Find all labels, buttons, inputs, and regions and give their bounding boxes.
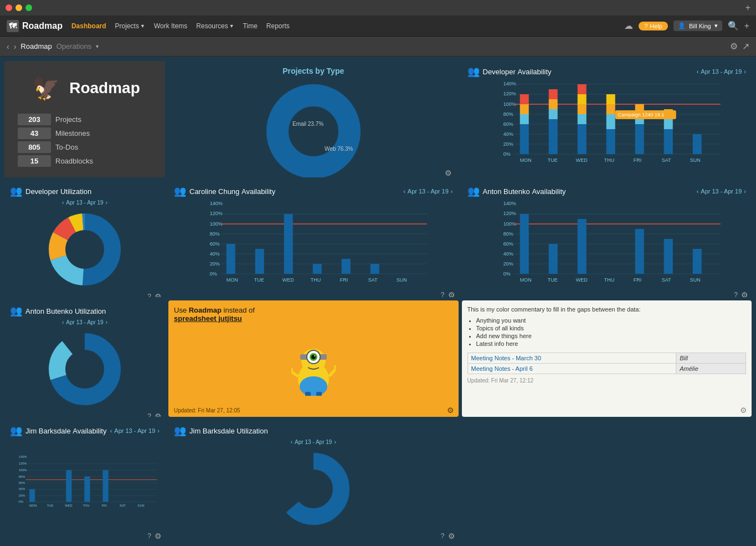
help-button[interactable]: ? Help	[639, 22, 668, 30]
notes-card: This is my color commentary to fill in t…	[462, 300, 752, 417]
nav-projects[interactable]: Projects ▼	[115, 22, 145, 30]
maximize-button[interactable]	[25, 4, 32, 11]
forward-arrow[interactable]: ›	[14, 42, 17, 51]
jim-util-prev-arrow[interactable]: ‹	[291, 439, 292, 445]
svg-text:20%: 20%	[210, 261, 220, 267]
settings-icon[interactable]: ⚙	[448, 532, 455, 540]
jim-util-people-icon: 👥	[174, 425, 186, 437]
share-icon[interactable]: ↗	[742, 41, 749, 52]
user-dropdown[interactable]: 👤 Bill King ▾	[673, 21, 722, 31]
anton-util-date: ‹ Apr 13 - Apr 19 ›	[4, 319, 165, 325]
svg-text:SUN: SUN	[397, 277, 407, 283]
anton-util-prev-arrow[interactable]: ‹	[62, 319, 64, 325]
svg-text:0%: 0%	[210, 271, 217, 277]
svg-rect-31	[577, 104, 586, 114]
jim-util-next-arrow[interactable]: ›	[334, 439, 336, 445]
developer-availability-card: 👥 Developer Availability ‹ Apr 13 - Apr …	[462, 61, 752, 177]
projects-dropdown-caret: ▼	[140, 23, 145, 29]
search-icon[interactable]: 🔍	[728, 21, 739, 31]
settings-icon[interactable]: ⚙	[730, 41, 738, 52]
anton-util-next-arrow[interactable]: ›	[106, 319, 107, 325]
nav-resources[interactable]: Resources ▼	[196, 22, 234, 30]
minion-svg	[291, 343, 336, 396]
svg-text:100%: 100%	[503, 101, 516, 107]
meeting-person: Bill	[676, 353, 746, 364]
breadcrumb-dropdown[interactable]: ▾	[96, 43, 99, 49]
developer-avail-title: Developer Availability	[483, 68, 552, 76]
next-date-arrow[interactable]: ›	[744, 68, 746, 75]
new-tab-button[interactable]: +	[745, 3, 750, 13]
jim-prev-arrow[interactable]: ‹	[110, 427, 112, 434]
list-item: Latest info here	[476, 340, 747, 347]
nav-reports[interactable]: Reports	[266, 22, 290, 30]
roadblocks-label: Roadblocks	[55, 155, 152, 167]
svg-text:100%: 100%	[210, 221, 223, 227]
back-arrow[interactable]: ‹	[7, 42, 9, 51]
help-icon[interactable]: ?	[147, 293, 151, 297]
settings-icon[interactable]: ⚙	[448, 290, 455, 297]
help-icon[interactable]: ?	[734, 291, 738, 297]
projects-by-type-title: Projects by Type	[174, 67, 453, 75]
help-icon[interactable]: ?	[441, 532, 445, 540]
cloud-icon: ☁	[624, 21, 633, 31]
add-icon[interactable]: +	[744, 21, 749, 31]
caroline-people-icon: 👥	[174, 185, 186, 197]
prev-date-arrow[interactable]: ‹	[697, 68, 699, 75]
svg-text:MON: MON	[520, 157, 531, 163]
svg-rect-45	[664, 109, 672, 119]
settings-icon[interactable]: ⚙	[741, 290, 748, 297]
svg-text:TUE: TUE	[547, 157, 557, 163]
promo-gear-icon[interactable]: ⚙	[447, 406, 454, 415]
svg-text:FRI: FRI	[102, 504, 107, 507]
util-prev-arrow[interactable]: ‹	[62, 200, 64, 206]
svg-text:Email 23.7%: Email 23.7%	[292, 121, 323, 127]
svg-rect-106	[635, 229, 644, 274]
help-icon[interactable]: ?	[441, 291, 445, 297]
settings-icon[interactable]: ⚙	[741, 176, 748, 177]
svg-rect-22	[520, 114, 528, 124]
svg-point-120	[300, 376, 327, 396]
caroline-date-nav: ‹ Apr 13 - Apr 19 ›	[403, 188, 452, 195]
settings-icon[interactable]: ⚙	[155, 412, 162, 417]
util-next-arrow[interactable]: ›	[106, 200, 107, 206]
anton-next-arrow[interactable]: ›	[744, 188, 746, 195]
jim-next-arrow[interactable]: ›	[157, 427, 160, 434]
notes-gear-icon[interactable]: ⚙	[740, 406, 747, 415]
donut-chart-container: Email 23.7% Web 76.3% ⚙	[174, 79, 453, 177]
svg-text:THU: THU	[311, 277, 321, 283]
jim-availability-card: 👥 Jim Barksdale Availability ‹ Apr 13 - …	[4, 420, 165, 542]
promo-link[interactable]: spreadsheet jutjitsu	[174, 314, 242, 323]
settings-icon[interactable]: ⚙	[155, 292, 162, 297]
table-row: Meeting Notes - April 6 Amélie	[467, 364, 746, 374]
svg-text:0%: 0%	[19, 500, 23, 503]
svg-rect-103	[520, 214, 528, 274]
settings-icon[interactable]: ⚙	[155, 532, 162, 540]
minimize-button[interactable]	[16, 4, 22, 11]
minion-illustration	[174, 327, 453, 411]
caroline-next-arrow[interactable]: ›	[451, 188, 453, 195]
notes-intro: This is my color commentary to fill in t…	[467, 306, 747, 313]
svg-text:SAT: SAT	[368, 277, 378, 283]
jim-avail-header: 👥 Jim Barksdale Availability ‹ Apr 13 - …	[4, 420, 165, 439]
anton-util-donut-container	[4, 328, 165, 411]
svg-rect-36	[606, 104, 615, 114]
svg-rect-150	[66, 470, 71, 502]
help-icon[interactable]: ?	[734, 177, 738, 177]
caroline-prev-arrow[interactable]: ‹	[403, 188, 405, 195]
projects-gear-icon[interactable]: ⚙	[445, 169, 452, 177]
svg-text:80%: 80%	[19, 475, 25, 478]
help-icon[interactable]: ?	[147, 532, 151, 540]
svg-text:20%: 20%	[503, 261, 513, 267]
nav-dashboard[interactable]: Dashboard	[71, 22, 106, 30]
nav-time[interactable]: Time	[243, 22, 258, 30]
meeting-title[interactable]: Meeting Notes - April 6	[467, 364, 676, 374]
svg-text:140%: 140%	[503, 81, 516, 86]
jim-chart: 140% 120% 100% 80% 60% 40% 20% 0%	[4, 439, 165, 530]
nav-workitems[interactable]: Work Items	[154, 22, 187, 30]
developer-util-date: ‹ Apr 13 - Apr 19 ›	[4, 200, 165, 206]
help-icon[interactable]: ?	[147, 412, 151, 417]
meeting-title[interactable]: Meeting Notes - March 30	[467, 353, 676, 364]
anton-prev-arrow[interactable]: ‹	[697, 188, 699, 195]
close-button[interactable]	[6, 4, 12, 11]
svg-text:40%: 40%	[503, 251, 513, 257]
